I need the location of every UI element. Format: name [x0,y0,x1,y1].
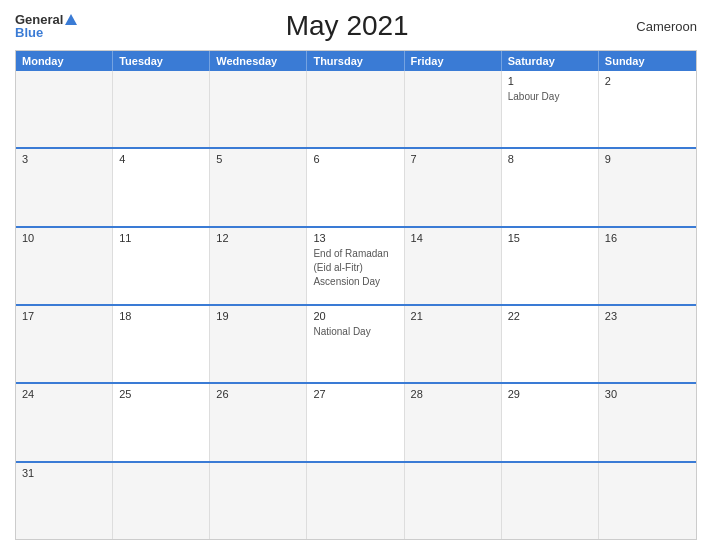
day-number: 11 [119,232,203,244]
calendar-cell: 5 [210,149,307,225]
day-number: 7 [411,153,495,165]
calendar-cell: 11 [113,228,210,304]
calendar-cell: 30 [599,384,696,460]
day-number: 15 [508,232,592,244]
weekday-header-thursday: Thursday [307,51,404,71]
day-number: 19 [216,310,300,322]
calendar-cell: 27 [307,384,404,460]
calendar-cell: 14 [405,228,502,304]
day-number: 3 [22,153,106,165]
calendar-cell: 15 [502,228,599,304]
day-number: 28 [411,388,495,400]
calendar-cell: 9 [599,149,696,225]
calendar-cell: 10 [16,228,113,304]
calendar-cell: 1Labour Day [502,71,599,147]
calendar-row: 31 [16,461,696,539]
weekday-header-saturday: Saturday [502,51,599,71]
calendar-cell: 3 [16,149,113,225]
calendar-row: 1Labour Day2 [16,71,696,147]
day-number: 30 [605,388,690,400]
calendar-body: 1Labour Day2345678910111213End of Ramada… [16,71,696,539]
event-label: National Day [313,326,370,337]
event-label: End of Ramadan (Eid al-Fitr) Ascension D… [313,248,388,287]
calendar: MondayTuesdayWednesdayThursdayFridaySatu… [15,50,697,540]
day-number: 21 [411,310,495,322]
day-number: 10 [22,232,106,244]
calendar-cell [210,71,307,147]
event-label: Labour Day [508,91,560,102]
calendar-cell: 26 [210,384,307,460]
day-number: 1 [508,75,592,87]
day-number: 27 [313,388,397,400]
logo-triangle-icon [65,14,77,25]
calendar-cell [502,463,599,539]
calendar-cell: 31 [16,463,113,539]
day-number: 23 [605,310,690,322]
weekday-header-monday: Monday [16,51,113,71]
day-number: 29 [508,388,592,400]
day-number: 26 [216,388,300,400]
weekday-header-friday: Friday [405,51,502,71]
weekday-header-wednesday: Wednesday [210,51,307,71]
calendar-cell: 25 [113,384,210,460]
day-number: 24 [22,388,106,400]
header: General Blue May 2021 Cameroon [15,10,697,42]
calendar-row: 3456789 [16,147,696,225]
day-number: 20 [313,310,397,322]
calendar-cell [113,463,210,539]
calendar-row: 17181920National Day212223 [16,304,696,382]
calendar-cell: 20National Day [307,306,404,382]
calendar-cell: 2 [599,71,696,147]
calendar-cell [599,463,696,539]
day-number: 18 [119,310,203,322]
logo: General Blue [15,13,77,39]
day-number: 31 [22,467,106,479]
day-number: 25 [119,388,203,400]
calendar-row: 10111213End of Ramadan (Eid al-Fitr) Asc… [16,226,696,304]
calendar-cell [405,463,502,539]
calendar-cell [405,71,502,147]
day-number: 12 [216,232,300,244]
calendar-cell: 13End of Ramadan (Eid al-Fitr) Ascension… [307,228,404,304]
day-number: 4 [119,153,203,165]
calendar-cell [307,463,404,539]
calendar-cell [113,71,210,147]
calendar-cell [307,71,404,147]
calendar-cell: 17 [16,306,113,382]
calendar-cell: 4 [113,149,210,225]
day-number: 8 [508,153,592,165]
calendar-cell: 8 [502,149,599,225]
calendar-cell: 18 [113,306,210,382]
day-number: 22 [508,310,592,322]
calendar-cell: 7 [405,149,502,225]
day-number: 16 [605,232,690,244]
day-number: 6 [313,153,397,165]
day-number: 17 [22,310,106,322]
day-number: 2 [605,75,690,87]
calendar-cell: 21 [405,306,502,382]
calendar-row: 24252627282930 [16,382,696,460]
weekday-header-sunday: Sunday [599,51,696,71]
calendar-cell: 12 [210,228,307,304]
day-number: 9 [605,153,690,165]
calendar-cell: 19 [210,306,307,382]
calendar-header: MondayTuesdayWednesdayThursdayFridaySatu… [16,51,696,71]
logo-blue: Blue [15,26,77,39]
day-number: 14 [411,232,495,244]
day-number: 13 [313,232,397,244]
weekday-header-tuesday: Tuesday [113,51,210,71]
page: General Blue May 2021 Cameroon MondayTue… [0,0,712,550]
calendar-cell: 16 [599,228,696,304]
calendar-cell: 28 [405,384,502,460]
calendar-cell [16,71,113,147]
calendar-cell: 22 [502,306,599,382]
calendar-cell: 24 [16,384,113,460]
calendar-cell: 29 [502,384,599,460]
month-title: May 2021 [77,10,617,42]
country-label: Cameroon [617,19,697,34]
calendar-cell: 23 [599,306,696,382]
calendar-cell [210,463,307,539]
calendar-cell: 6 [307,149,404,225]
day-number: 5 [216,153,300,165]
